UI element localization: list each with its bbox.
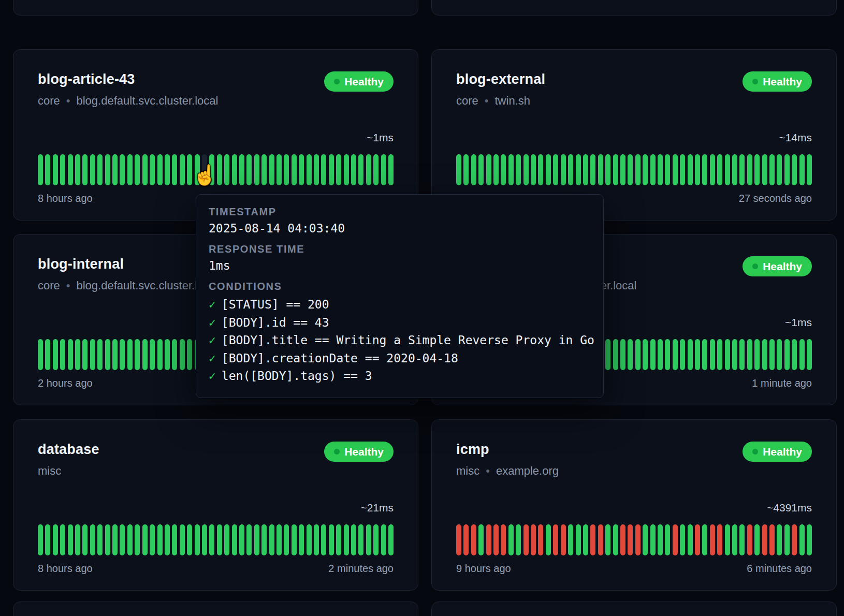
status-bar[interactable]	[739, 339, 745, 370]
status-bar[interactable]	[478, 154, 484, 185]
status-bar[interactable]	[135, 339, 140, 370]
status-bar[interactable]	[650, 339, 656, 370]
endpoint-card-database[interactable]: database misc Healthy ~21ms 8 hours ago …	[13, 419, 418, 591]
status-bar[interactable]	[45, 154, 50, 185]
status-bar[interactable]	[388, 524, 394, 555]
status-bar[interactable]	[358, 154, 363, 185]
status-bar[interactable]	[75, 339, 80, 370]
status-bar[interactable]	[299, 154, 304, 185]
status-bar[interactable]	[583, 154, 588, 185]
status-bar[interactable]	[351, 154, 356, 185]
status-bar[interactable]	[60, 154, 65, 185]
status-bar[interactable]	[254, 524, 259, 555]
status-bar[interactable]	[232, 524, 237, 555]
status-bar[interactable]	[112, 524, 118, 555]
status-bar[interactable]	[754, 339, 760, 370]
status-bar[interactable]	[576, 154, 581, 185]
status-bar[interactable]	[366, 524, 371, 555]
status-bar[interactable]	[277, 524, 282, 555]
status-bar[interactable]	[576, 524, 581, 555]
status-bar[interactable]	[284, 154, 289, 185]
status-bar[interactable]	[373, 154, 379, 185]
status-bar[interactable]	[493, 154, 499, 185]
status-bar[interactable]	[142, 524, 148, 555]
status-bar[interactable]	[38, 524, 43, 555]
status-bar[interactable]	[314, 524, 319, 555]
status-bar[interactable]	[45, 524, 50, 555]
status-bar[interactable]	[799, 524, 805, 555]
status-bar[interactable]	[321, 524, 326, 555]
status-bar[interactable]	[157, 154, 163, 185]
status-bar[interactable]	[777, 154, 782, 185]
status-bar[interactable]	[710, 339, 715, 370]
status-bar[interactable]	[695, 154, 700, 185]
status-bar[interactable]	[613, 524, 618, 555]
status-bar[interactable]	[373, 524, 379, 555]
status-bar[interactable]	[195, 524, 200, 555]
status-bar[interactable]	[739, 154, 745, 185]
status-bar[interactable]	[478, 524, 484, 555]
status-bar[interactable]	[209, 524, 214, 555]
status-bar[interactable]	[53, 524, 58, 555]
status-bar[interactable]	[628, 339, 633, 370]
status-bar[interactable]	[187, 524, 192, 555]
status-bar[interactable]	[688, 524, 693, 555]
status-bar[interactable]	[613, 339, 618, 370]
status-bar[interactable]	[127, 524, 133, 555]
status-bar[interactable]	[538, 154, 543, 185]
status-bar[interactable]	[68, 154, 73, 185]
status-bar[interactable]	[277, 154, 282, 185]
status-bar[interactable]	[172, 339, 177, 370]
status-bar[interactable]	[702, 524, 707, 555]
status-bar[interactable]	[471, 524, 476, 555]
status-bar[interactable]	[493, 524, 499, 555]
status-bar[interactable]	[180, 524, 185, 555]
status-bar[interactable]	[165, 339, 170, 370]
status-bar[interactable]	[187, 339, 192, 370]
status-bar[interactable]	[673, 154, 678, 185]
status-bar[interactable]	[388, 154, 394, 185]
status-bar[interactable]	[732, 524, 737, 555]
status-bar[interactable]	[702, 339, 707, 370]
status-bar[interactable]	[680, 524, 685, 555]
uptime-bar-chart[interactable]	[38, 524, 394, 555]
status-bar[interactable]	[127, 339, 133, 370]
status-bar[interactable]	[314, 154, 319, 185]
status-bar[interactable]	[172, 524, 177, 555]
status-bar[interactable]	[799, 154, 805, 185]
status-bar[interactable]	[486, 524, 491, 555]
status-bar[interactable]	[150, 524, 155, 555]
status-bar[interactable]	[523, 154, 529, 185]
status-bar[interactable]	[501, 524, 506, 555]
status-bar[interactable]	[769, 154, 775, 185]
status-bar[interactable]	[471, 154, 476, 185]
status-bar[interactable]	[82, 154, 88, 185]
status-bar[interactable]	[688, 154, 693, 185]
status-bar[interactable]	[292, 154, 297, 185]
status-bar[interactable]	[246, 154, 252, 185]
status-bar[interactable]	[135, 154, 140, 185]
status-bar[interactable]	[90, 154, 95, 185]
status-bar[interactable]	[463, 154, 469, 185]
status-bar[interactable]	[784, 339, 790, 370]
status-bar[interactable]	[613, 154, 618, 185]
endpoint-card-icmp[interactable]: icmp misc•example.org Healthy ~4391ms 9 …	[431, 419, 837, 591]
status-bar[interactable]	[142, 339, 148, 370]
status-bar[interactable]	[90, 339, 95, 370]
status-bar[interactable]	[284, 524, 289, 555]
status-bar[interactable]	[807, 524, 812, 555]
status-bar[interactable]	[673, 524, 678, 555]
status-bar[interactable]	[82, 524, 88, 555]
status-bar[interactable]	[105, 154, 110, 185]
status-bar[interactable]	[702, 154, 707, 185]
status-bar[interactable]	[680, 339, 685, 370]
status-bar[interactable]	[732, 154, 737, 185]
status-bar[interactable]	[82, 339, 88, 370]
status-bar[interactable]	[673, 339, 678, 370]
status-bar[interactable]	[747, 154, 752, 185]
status-bar[interactable]	[307, 524, 312, 555]
status-bar[interactable]	[135, 524, 140, 555]
status-bar[interactable]	[321, 154, 326, 185]
status-bar[interactable]	[224, 524, 229, 555]
status-bar[interactable]	[620, 339, 625, 370]
